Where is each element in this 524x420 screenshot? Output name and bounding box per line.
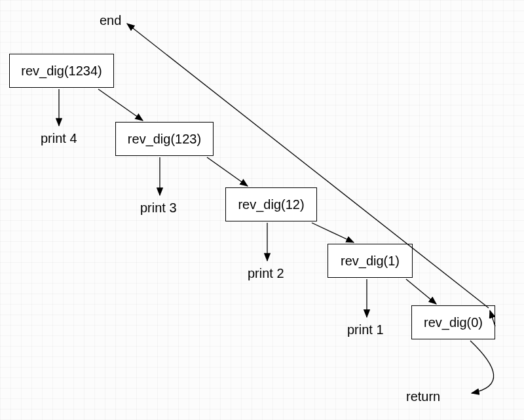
print-2-label: print 2 xyxy=(248,266,284,281)
diagram-canvas: end rev_dig(1234) print 4 rev_dig(123) p… xyxy=(0,0,524,420)
node-text: rev_dig(1234) xyxy=(21,64,102,79)
arrow-n5-return-loop xyxy=(470,341,494,393)
node-text: rev_dig(123) xyxy=(128,132,201,147)
node-revdig-123: rev_dig(123) xyxy=(115,122,214,156)
node-revdig-12: rev_dig(12) xyxy=(225,187,317,221)
node-revdig-0: rev_dig(0) xyxy=(411,305,495,339)
arrow-n3-n4 xyxy=(312,223,354,242)
node-revdig-1: rev_dig(1) xyxy=(328,244,413,278)
node-text: rev_dig(0) xyxy=(424,315,483,330)
node-revdig-1234: rev_dig(1234) xyxy=(9,54,114,88)
node-text: rev_dig(12) xyxy=(238,197,304,212)
print-1-label: print 1 xyxy=(347,322,384,337)
arrow-return-to-end xyxy=(127,24,489,308)
arrow-n1-n2 xyxy=(98,89,143,121)
arrow-n4-n5 xyxy=(406,279,436,304)
print-3-label: print 3 xyxy=(140,200,177,216)
print-4-label: print 4 xyxy=(41,131,77,146)
return-label: return xyxy=(406,389,440,404)
end-label: end xyxy=(100,13,121,28)
node-text: rev_dig(1) xyxy=(341,254,400,269)
arrow-n2-n3 xyxy=(207,157,248,186)
